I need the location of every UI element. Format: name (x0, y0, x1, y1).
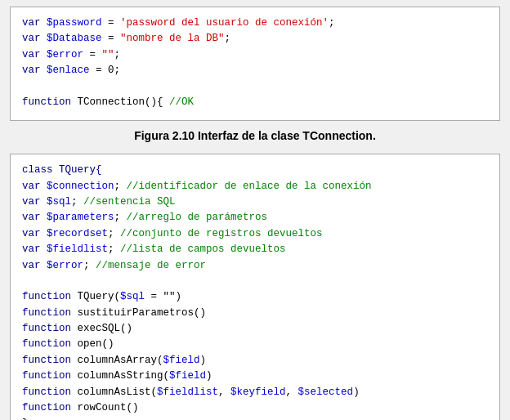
var-recordset: $recordset (47, 228, 108, 239)
keyword-function: function (22, 355, 78, 366)
code-line: var $recordset; //conjunto de registros … (22, 226, 488, 242)
code-line-func2: function sustituirParametros() (22, 306, 488, 321)
keyword-class: class (22, 164, 59, 176)
code-line-class: class TQuery{ (22, 163, 488, 178)
code-line: var $parameters; //arreglo de parámetros (22, 210, 488, 226)
comment: //sentencia SQL (83, 196, 176, 208)
code-line: var $error = ""; (22, 47, 488, 63)
keyword-function: function (22, 370, 78, 382)
keyword: var (22, 244, 47, 255)
var-parameters: $parameters (47, 212, 114, 223)
comment: //identificador de enlace de la conexión (127, 181, 372, 192)
code-line-close: } (22, 416, 488, 420)
keyword: var (22, 212, 47, 223)
code-line: var $Database = "nombre de la DB"; (22, 31, 488, 47)
code-line-blank (22, 79, 488, 95)
var-enlace: $enlace (47, 65, 90, 76)
top-code-box: var $password = 'password del usuario de… (10, 7, 500, 121)
comment: //lista de campos devueltos (120, 244, 286, 255)
top-code-content: var $password = 'password del usuario de… (22, 16, 488, 110)
keyword-function: function (22, 402, 78, 413)
code-line-func1: function TQuery($sql = "") (22, 289, 488, 305)
keyword: var (22, 260, 47, 271)
code-line: var $error; //mensaje de error (22, 258, 488, 274)
code-line-function: function TConnection(){ //OK (22, 95, 488, 110)
comment: //arreglo de parámetros (127, 212, 268, 223)
keyword-function: function (22, 307, 78, 319)
comment: //conjunto de registros devueltos (120, 228, 323, 239)
code-line-func5: function columnAsArray($field) (22, 353, 488, 369)
code-line-func6: function columnAsString($field) (22, 369, 488, 384)
class-tquery: TQuery{ (59, 164, 102, 176)
var-password: $password (47, 17, 102, 29)
keyword: var (22, 196, 47, 208)
code-line-func7: function columnAsList($fieldlist, $keyfi… (22, 385, 488, 400)
var-sql: $sql (47, 196, 71, 208)
var-database: $Database (47, 33, 102, 44)
keyword: var (22, 228, 47, 239)
keyword: var (22, 181, 47, 192)
keyword-function: function (22, 323, 78, 334)
bottom-code-box: class TQuery{ var $connection; //identif… (10, 154, 500, 420)
code-line: var $sql; //sentencia SQL (22, 194, 488, 210)
code-line: var $password = 'password del usuario de… (22, 16, 488, 31)
page-wrapper: var $password = 'password del usuario de… (0, 0, 510, 420)
comment-ok: //OK (169, 96, 194, 108)
code-line-func4: function open() (22, 337, 488, 352)
code-line-func8: function rowCount() (22, 400, 488, 416)
keyword: var (22, 33, 47, 44)
figure-caption: Figura 2.10 Interfaz de la clase TConnec… (10, 129, 500, 142)
keyword-function: function (22, 386, 78, 398)
keyword-function: function (22, 291, 78, 302)
keyword-function: function (22, 96, 78, 108)
bottom-code-content: class TQuery{ var $connection; //identif… (22, 163, 488, 420)
var-error: $error (47, 49, 83, 60)
var-fieldlist: $fieldlist (47, 244, 108, 255)
comment: //mensaje de error (96, 260, 206, 271)
var-error2: $error (47, 260, 83, 271)
code-line: var $connection; //identificador de enla… (22, 179, 488, 194)
code-line-func3: function execSQL() (22, 321, 488, 337)
keyword: var (22, 65, 47, 76)
keyword: var (22, 17, 47, 29)
code-line: var $fieldlist; //lista de campos devuel… (22, 242, 488, 257)
var-connection: $connection (47, 181, 114, 192)
code-line-blank (22, 274, 488, 289)
keyword-function: function (22, 338, 78, 350)
keyword: var (22, 49, 47, 60)
code-line: var $enlace = 0; (22, 63, 488, 78)
